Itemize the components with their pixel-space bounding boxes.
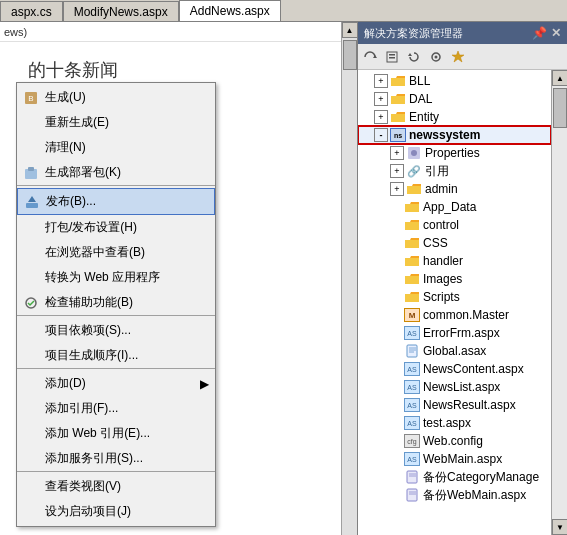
- menu-convert-webapp[interactable]: 转换为 Web 应用程序: [17, 265, 215, 290]
- svg-rect-9: [389, 54, 395, 56]
- aspx-icon-testaspx: AS: [404, 416, 420, 430]
- tree-item-images[interactable]: Images: [358, 270, 551, 288]
- tree-item-backup2[interactable]: 备份WebMain.aspx: [358, 486, 551, 504]
- right-scroll-down[interactable]: ▼: [552, 519, 567, 535]
- file-icon-globalasax: [404, 343, 420, 359]
- folder-icon-scripts: [404, 289, 420, 305]
- tree-label-appdata: App_Data: [423, 200, 476, 214]
- svg-marker-14: [452, 51, 464, 62]
- tree-item-newsresult[interactable]: AS NewsResult.aspx: [358, 396, 551, 414]
- tree-item-webmain[interactable]: AS WebMain.aspx: [358, 450, 551, 468]
- menu-set-startup[interactable]: 设为启动项目(J): [17, 499, 215, 524]
- toolbar-properties-btn[interactable]: [382, 47, 402, 67]
- tree-label-bll: BLL: [409, 74, 430, 88]
- right-scroll-up[interactable]: ▲: [552, 70, 567, 86]
- tree-item-properties[interactable]: + Properties: [358, 144, 551, 162]
- menu-publish-package[interactable]: 生成部署包(K): [17, 160, 215, 186]
- svg-point-16: [411, 150, 417, 156]
- tree-item-commonmaster[interactable]: M common.Master: [358, 306, 551, 324]
- tree-label-webmain: WebMain.aspx: [423, 452, 502, 466]
- right-scroll-track: [552, 86, 567, 519]
- publish-icon: [22, 194, 42, 210]
- tree-label-backup2: 备份WebMain.aspx: [423, 487, 526, 504]
- right-scrollbar[interactable]: ▲ ▼: [551, 70, 567, 535]
- menu-build[interactable]: B 生成(U): [17, 85, 215, 110]
- tree-item-scripts[interactable]: Scripts: [358, 288, 551, 306]
- folder-icon-appdata: [404, 199, 420, 215]
- tree-item-testaspx[interactable]: AS test.aspx: [358, 414, 551, 432]
- menu-add[interactable]: 添加(D) ▶: [17, 371, 215, 396]
- tab-addnews[interactable]: AddNews.aspx: [179, 0, 281, 21]
- tree-item-ref[interactable]: + 🔗 引用: [358, 162, 551, 180]
- tree-item-backup1[interactable]: 备份CategoryManage: [358, 468, 551, 486]
- tree-item-errorfrm[interactable]: AS ErrorFrm.aspx: [358, 324, 551, 342]
- tree-item-css[interactable]: CSS: [358, 234, 551, 252]
- expander-dal[interactable]: +: [374, 92, 388, 106]
- toolbar-star-btn[interactable]: [448, 47, 468, 67]
- expander-ref[interactable]: +: [390, 164, 404, 178]
- tree-item-newscontent[interactable]: AS NewsContent.aspx: [358, 360, 551, 378]
- folder-icon-control: [404, 217, 420, 233]
- close-icon[interactable]: ✕: [551, 26, 561, 40]
- folder-icon-bll: [390, 73, 406, 89]
- tab-aspxcs[interactable]: aspx.cs: [0, 1, 63, 21]
- tree-item-appdata[interactable]: App_Data: [358, 198, 551, 216]
- check-icon: [21, 295, 41, 311]
- ref-icon: 🔗: [406, 163, 422, 179]
- main-container: ews) ▲ 的十条新闻 B 生成(U) 重新生成(E) 清: [0, 22, 567, 535]
- menu-publish[interactable]: 发布(B)...: [17, 188, 215, 215]
- menu-add-service-ref[interactable]: 添加服务引用(S)...: [17, 446, 215, 472]
- build-icon: B: [21, 90, 41, 106]
- tab-bar: aspx.cs ModifyNews.aspx AddNews.aspx: [0, 0, 567, 22]
- toolbar-extra-btn[interactable]: [426, 47, 446, 67]
- folder-icon-handler: [404, 253, 420, 269]
- menu-rebuild[interactable]: 重新生成(E): [17, 110, 215, 135]
- right-scroll-thumb[interactable]: [553, 88, 567, 128]
- menu-project-deps[interactable]: 项目依赖项(S)...: [17, 318, 215, 343]
- package-icon: [21, 165, 41, 181]
- svg-rect-4: [26, 203, 38, 208]
- expander-entity[interactable]: +: [374, 110, 388, 124]
- tree-label-globalasax: Global.asax: [423, 344, 486, 358]
- menu-add-file[interactable]: 添加引用(F)...: [17, 396, 215, 421]
- tree-item-webconfig[interactable]: cfg Web.config: [358, 432, 551, 450]
- expander-bll[interactable]: +: [374, 74, 388, 88]
- tree-item-entity[interactable]: + Entity: [358, 108, 551, 126]
- tree-container[interactable]: + BLL + DAL +: [358, 70, 551, 535]
- tree-item-control[interactable]: control: [358, 216, 551, 234]
- tree-item-newssystem[interactable]: - ns newssystem: [358, 126, 551, 144]
- expander-newssystem[interactable]: -: [374, 128, 388, 142]
- folder-icon-dal: [390, 91, 406, 107]
- tree-label-dal: DAL: [409, 92, 432, 106]
- menu-build-order[interactable]: 项目生成顺序(I)...: [17, 343, 215, 369]
- tree-item-handler[interactable]: handler: [358, 252, 551, 270]
- folder-icon-admin: [406, 181, 422, 197]
- menu-view-browser[interactable]: 在浏览器中查看(B): [17, 240, 215, 265]
- tree-item-globalasax[interactable]: Global.asax: [358, 342, 551, 360]
- svg-rect-24: [407, 489, 417, 501]
- expander-properties[interactable]: +: [390, 146, 404, 160]
- aspx-icon-errorfrm: AS: [404, 326, 420, 340]
- menu-add-web-ref[interactable]: 添加 Web 引用(E)...: [17, 421, 215, 446]
- menu-view[interactable]: 查看类视图(V): [17, 474, 215, 499]
- tree-label-ref: 引用: [425, 163, 449, 180]
- svg-marker-7: [373, 55, 377, 58]
- tree-item-newslist[interactable]: AS NewsList.aspx: [358, 378, 551, 396]
- tree-item-admin[interactable]: + admin: [358, 180, 551, 198]
- svg-marker-11: [408, 53, 412, 56]
- toolbar-sync-btn[interactable]: [360, 47, 380, 67]
- scroll-thumb[interactable]: [343, 40, 357, 70]
- scroll-up-btn[interactable]: ▲: [342, 22, 358, 38]
- svg-point-13: [435, 55, 438, 58]
- editor-scrollbar[interactable]: ▲: [341, 22, 357, 535]
- pin-icon[interactable]: 📌: [532, 26, 547, 40]
- svg-rect-17: [407, 345, 417, 357]
- expander-admin[interactable]: +: [390, 182, 404, 196]
- tree-item-dal[interactable]: + DAL: [358, 90, 551, 108]
- menu-package-publish[interactable]: 打包/发布设置(H): [17, 215, 215, 240]
- menu-clean[interactable]: 清理(N): [17, 135, 215, 160]
- tab-modifynews[interactable]: ModifyNews.aspx: [63, 1, 179, 21]
- toolbar-refresh-btn[interactable]: [404, 47, 424, 67]
- tree-item-bll[interactable]: + BLL: [358, 72, 551, 90]
- menu-accessibility[interactable]: 检查辅助功能(B): [17, 290, 215, 316]
